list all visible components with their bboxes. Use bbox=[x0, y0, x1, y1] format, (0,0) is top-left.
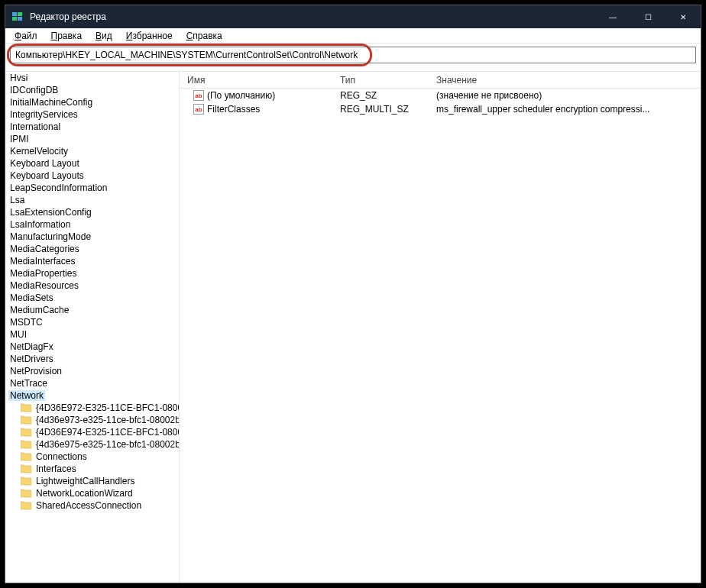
registry-values-list[interactable]: Имя Тип Значение ab(По умолчанию)REG_SZ(… bbox=[180, 72, 701, 583]
tree-item[interactable]: Keyboard Layouts bbox=[5, 170, 179, 182]
minimize-button[interactable]: — bbox=[595, 5, 630, 28]
titlebar[interactable]: Редактор реестра — ☐ ✕ bbox=[5, 5, 701, 28]
menu-view-rest: ид bbox=[102, 31, 112, 41]
menu-help-hotkey: С bbox=[186, 31, 193, 41]
string-value-icon: ab bbox=[193, 90, 204, 101]
tree-item-label: ManufacturingMode bbox=[8, 231, 92, 242]
tree-item-label: MediaInterfaces bbox=[8, 256, 76, 267]
tree-item-label: Interfaces bbox=[34, 464, 78, 474]
tree-item-label: MediaCategories bbox=[8, 244, 81, 254]
col-header-type[interactable]: Тип bbox=[340, 75, 436, 86]
folder-icon bbox=[21, 489, 31, 498]
col-header-value[interactable]: Значение bbox=[436, 75, 701, 86]
tree-item[interactable]: MSDTC bbox=[5, 316, 179, 328]
menu-file[interactable]: Файл bbox=[8, 29, 44, 43]
window-title: Редактор реестра bbox=[30, 11, 595, 22]
tree-item[interactable]: IPMI bbox=[5, 133, 179, 145]
tree-item[interactable]: MediaSets bbox=[5, 292, 179, 304]
address-row bbox=[5, 44, 701, 71]
tree-item-label: InitialMachineConfig bbox=[8, 97, 94, 108]
tree-item[interactable]: NetDrivers bbox=[5, 353, 179, 365]
tree-item[interactable]: Keyboard Layout bbox=[5, 157, 179, 170]
tree-item[interactable]: International bbox=[5, 121, 179, 133]
list-row[interactable]: ab(По умолчанию)REG_SZ(значение не присв… bbox=[180, 89, 701, 102]
tree-item-label: Network bbox=[8, 390, 45, 401]
tree-item[interactable]: MediaResources bbox=[5, 279, 179, 292]
menu-edit-rest: равка bbox=[57, 31, 82, 41]
tree-item[interactable]: SharedAccessConnection bbox=[5, 499, 179, 512]
tree-item[interactable]: Network bbox=[5, 389, 179, 402]
tree-item-label: Connections bbox=[34, 451, 89, 462]
tree-item[interactable]: Interfaces bbox=[5, 463, 179, 475]
tree-item-label: Lsa bbox=[8, 195, 26, 205]
tree-item-label: NetworkLocationWizard bbox=[34, 488, 134, 499]
tree-item[interactable]: MediaProperties bbox=[5, 267, 179, 279]
tree-item[interactable]: Hvsi bbox=[5, 72, 179, 84]
tree-item-label: {4d36e973-e325-11ce-bfc1-08002b bbox=[34, 415, 180, 425]
folder-icon bbox=[21, 452, 31, 461]
menu-view[interactable]: Вид bbox=[89, 29, 118, 43]
tree-item-label: {4D36E972-E325-11CE-BFC1-08002 bbox=[34, 402, 180, 413]
tree-item-label: LeapSecondInformation bbox=[8, 183, 108, 193]
tree-item-label: NetDiagFx bbox=[8, 341, 55, 352]
tree-item-label: MediaResources bbox=[8, 280, 80, 291]
tree-item[interactable]: IDConfigDB bbox=[5, 84, 179, 96]
value-type: REG_SZ bbox=[340, 90, 436, 101]
list-row[interactable]: abFilterClassesREG_MULTI_SZms_firewall_u… bbox=[180, 102, 701, 116]
tree-item[interactable]: MediaCategories bbox=[5, 243, 179, 255]
tree-item[interactable]: InitialMachineConfig bbox=[5, 96, 179, 108]
tree-item[interactable]: Lsa bbox=[5, 194, 179, 206]
string-value-icon: ab bbox=[193, 104, 204, 115]
tree-item-label: MSDTC bbox=[8, 317, 44, 328]
col-header-name[interactable]: Имя bbox=[180, 75, 340, 86]
tree-item[interactable]: LightweightCallHandlers bbox=[5, 475, 179, 487]
tree-item[interactable]: {4D36E972-E325-11CE-BFC1-08002 bbox=[5, 402, 179, 414]
address-input[interactable] bbox=[10, 47, 696, 63]
tree-item-label: LightweightCallHandlers bbox=[34, 476, 136, 486]
tree-item[interactable]: LeapSecondInformation bbox=[5, 182, 179, 194]
tree-item-label: {4d36e975-e325-11ce-bfc1-08002b bbox=[34, 439, 180, 450]
tree-item[interactable]: NetProvision bbox=[5, 365, 179, 377]
tree-item[interactable]: NetworkLocationWizard bbox=[5, 487, 179, 499]
tree-item[interactable]: MediaInterfaces bbox=[5, 255, 179, 267]
menu-file-hotkey: Ф bbox=[15, 31, 21, 41]
tree-item-label: SharedAccessConnection bbox=[34, 500, 143, 511]
close-button[interactable]: ✕ bbox=[666, 5, 701, 28]
app-icon bbox=[11, 11, 24, 23]
tree-item-label: MediaProperties bbox=[8, 268, 78, 279]
folder-icon bbox=[21, 415, 31, 425]
tree-item[interactable]: MediumCache bbox=[5, 304, 179, 316]
tree-item[interactable]: Connections bbox=[5, 451, 179, 463]
folder-icon bbox=[21, 464, 31, 473]
tree-item-label: Keyboard Layout bbox=[8, 158, 81, 169]
value-data: (значение не присвоено) bbox=[436, 90, 701, 101]
tree-item[interactable]: LsaInformation bbox=[5, 218, 179, 231]
tree-item-label: MUI bbox=[8, 329, 28, 340]
tree-item[interactable]: {4d36e973-e325-11ce-bfc1-08002b bbox=[5, 414, 179, 426]
tree-item[interactable]: MUI bbox=[5, 328, 179, 341]
tree-item-label: NetDrivers bbox=[8, 354, 55, 364]
menu-file-rest: айл bbox=[21, 31, 37, 41]
registry-tree[interactable]: HvsiIDConfigDBInitialMachineConfigIntegr… bbox=[5, 72, 180, 583]
tree-item[interactable]: {4D36E974-E325-11CE-BFC1-08002 bbox=[5, 426, 179, 438]
tree-item-label: IDConfigDB bbox=[8, 85, 60, 95]
tree-item[interactable]: IntegrityServices bbox=[5, 108, 179, 121]
maximize-button[interactable]: ☐ bbox=[630, 5, 666, 28]
menu-view-hotkey: В bbox=[96, 31, 102, 41]
tree-item[interactable]: NetDiagFx bbox=[5, 341, 179, 353]
tree-item[interactable]: NetTrace bbox=[5, 377, 179, 389]
menu-edit[interactable]: Правка bbox=[45, 29, 89, 43]
tree-item[interactable]: KernelVelocity bbox=[5, 145, 179, 157]
tree-item-label: International bbox=[8, 121, 62, 132]
tree-item-label: MediumCache bbox=[8, 305, 70, 315]
value-type: REG_MULTI_SZ bbox=[340, 104, 436, 115]
menu-edit-hotkey: П bbox=[51, 31, 58, 41]
folder-icon bbox=[21, 428, 31, 437]
tree-item-label: IntegrityServices bbox=[8, 109, 79, 120]
menu-fav-rest: збранное bbox=[132, 31, 172, 41]
tree-item[interactable]: {4d36e975-e325-11ce-bfc1-08002b bbox=[5, 438, 179, 451]
menu-favorites[interactable]: Избранное bbox=[120, 29, 179, 43]
tree-item[interactable]: LsaExtensionConfig bbox=[5, 206, 179, 218]
tree-item[interactable]: ManufacturingMode bbox=[5, 231, 179, 243]
menu-help[interactable]: Справка bbox=[180, 29, 228, 43]
